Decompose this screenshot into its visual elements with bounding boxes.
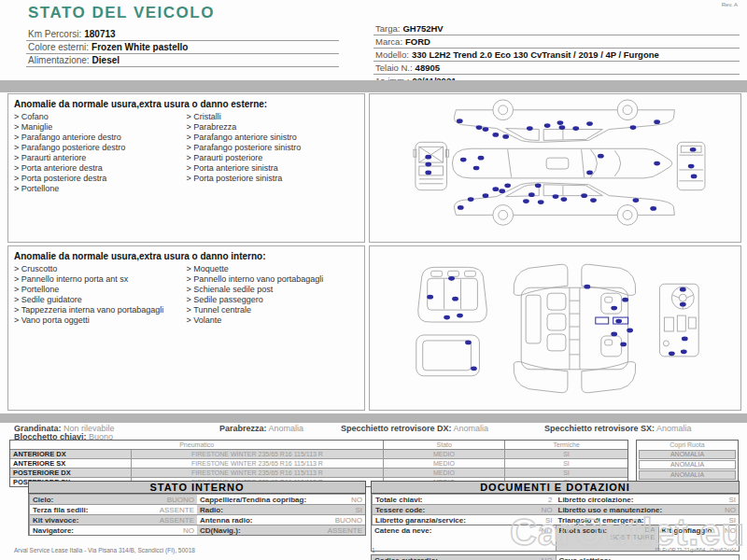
anomaly-item: Parafango posteriore sinistro bbox=[187, 143, 359, 153]
stato-interno-cells: Cielo:BUONO Cappelliera/Tendina copribag… bbox=[28, 494, 366, 536]
tyre-description: FIRESTONE WINTER 235/65 R16 115/113 R bbox=[132, 450, 384, 458]
tyre-winter: SI bbox=[505, 450, 627, 458]
anomaly-item: Vano porta oggetti bbox=[14, 315, 187, 326]
anomaly-item: Sedile passeggero bbox=[187, 295, 359, 305]
field-label: Triangolo di emergenza: bbox=[558, 516, 644, 525]
tyre-table-header: Pneumatico Stato Termiche bbox=[10, 441, 627, 450]
interior-anomalies-col1: CruscottoPannello interno porta ant sxPo… bbox=[14, 264, 187, 326]
info-row: Marca:FORD bbox=[374, 35, 740, 49]
interior-anomalies-col2: MoquettePannello interno vano portabagag… bbox=[187, 264, 359, 326]
exterior-anomalies-col2: CristalliParabrezzaParafango anteriore s… bbox=[187, 112, 359, 194]
anomaly-item: Maniglie bbox=[14, 122, 187, 133]
field-cell: Cavo elettrico: bbox=[556, 555, 740, 560]
side-view-left-outline bbox=[454, 183, 674, 225]
stato-interno-title: STATO INTERNO bbox=[28, 481, 366, 494]
cabin-top-view-outline bbox=[514, 264, 636, 393]
field-value: SI bbox=[355, 506, 362, 514]
documenti-cells: Totale chiavi:2 Libretto circolazione:SI… bbox=[371, 494, 740, 525]
status-specchietto-dx: Specchietto retrovisore DX: Anomalia bbox=[341, 424, 488, 433]
field-value: BUONO bbox=[167, 496, 194, 504]
field-value: SI bbox=[545, 516, 553, 525]
field-cell: Cielo:BUONO bbox=[29, 494, 197, 504]
field-value: SI bbox=[728, 516, 736, 525]
col-header-stato: Stato bbox=[384, 441, 505, 449]
exterior-damage-diagram bbox=[369, 93, 741, 243]
field-cell: Ruota scorta:DA SOSTITUIRE bbox=[556, 525, 658, 551]
vehicle-report-page: STATO DEL VEICOLO Rev. A Km Percorsi:180… bbox=[0, 0, 747, 560]
top-view-outline bbox=[452, 148, 672, 178]
field-label: Radio: bbox=[200, 506, 223, 514]
footer-page-number: 1 bbox=[372, 547, 375, 553]
exterior-anomalies-col1: CofanoManiglieParafango anteriore destro… bbox=[14, 112, 187, 194]
front-view-outline bbox=[414, 142, 449, 189]
info-row: Colore esterni:Frozen White pastello bbox=[26, 41, 339, 54]
tyre-state: MEDIO bbox=[384, 450, 505, 458]
exterior-car-diagram-svg bbox=[370, 94, 740, 242]
field-cell: CD(Navig.):ASSENTE bbox=[197, 525, 365, 535]
info-label: Colore esterni: bbox=[28, 42, 89, 52]
field-label: Antenna radio: bbox=[200, 516, 252, 525]
field-cell: Libretto garanzia/service:SI bbox=[372, 514, 556, 525]
anomaly-item: Tappezzeria interna vano portabagagli bbox=[14, 305, 187, 315]
highlight-boxes bbox=[596, 317, 628, 324]
interior-anomalies-title: Anomalie da normale usura,extra usura o … bbox=[14, 251, 359, 261]
info-value: 330 L2H2 Trend 2.0 Eco 130 CvTransit / 2… bbox=[412, 49, 659, 60]
anomaly-item: Portellone bbox=[14, 285, 187, 295]
info-row: Modello:330 L2H2 Trend 2.0 Eco 130 CvTra… bbox=[374, 49, 740, 62]
field-label: Totale chiavi: bbox=[375, 496, 423, 504]
field-label: CD(Navig.): bbox=[200, 526, 241, 535]
field-cell: Terza fila sedili:ASSENTE bbox=[29, 504, 197, 514]
copri-value: ANOMALIA bbox=[639, 450, 736, 459]
field-cell: Libretto uso e manutenzione:NO bbox=[556, 504, 740, 514]
anomaly-item: Volante bbox=[187, 315, 359, 326]
field-value: NO bbox=[542, 506, 553, 514]
tyre-winter: SI bbox=[505, 469, 627, 477]
revision-label: Rev. A bbox=[722, 2, 738, 7]
col-header-copri-ruota: Copri Ruota bbox=[639, 441, 736, 449]
anomaly-item: Porta posteriore sinistra bbox=[187, 174, 359, 184]
field-cell: Triangolo di emergenza:SI bbox=[556, 514, 740, 525]
field-cell: Cappelliera/Tendina copribag:NO bbox=[197, 494, 365, 504]
stato-interno-table: STATO INTERNO Cielo:BUONO Cappelliera/Te… bbox=[28, 481, 366, 536]
field-value: SI bbox=[728, 496, 736, 504]
info-value: Diesel bbox=[92, 55, 120, 65]
vehicle-info-left: Km Percorsi:180713 Colore esterni:Frozen… bbox=[26, 28, 339, 67]
anomaly-item: Cruscotto bbox=[14, 264, 187, 274]
rear-seat-view-outline bbox=[418, 267, 487, 322]
tyre-row: POSTERIORE DX FIRESTONE WINTER 235/65 R1… bbox=[10, 469, 627, 478]
tyre-position: ANTERIORE SX bbox=[10, 459, 132, 468]
tyre-winter: SI bbox=[505, 459, 627, 468]
field-label: Navigatore: bbox=[33, 526, 74, 535]
col-header-pneumatico: Pneumatico bbox=[10, 441, 384, 449]
side-view-right-outline bbox=[454, 100, 674, 142]
info-row: Km Percorsi:180713 bbox=[26, 28, 339, 41]
field-cell: Kit vivavoce:ASSENTE bbox=[29, 514, 197, 525]
tyre-description: FIRESTONE WINTER 235/65 R16 115/113 R bbox=[132, 469, 384, 477]
field-cell: Catene da neve:NO bbox=[372, 525, 556, 551]
anomaly-item: Cristalli bbox=[187, 112, 359, 122]
field-label: Cappelliera/Tendina copribag: bbox=[200, 496, 306, 504]
info-label: Marca: bbox=[375, 36, 402, 47]
documenti-title: DOCUMENTI E DOTAZIONI bbox=[371, 481, 740, 494]
field-cell: Tessere code:NO bbox=[372, 504, 556, 514]
separator-band bbox=[0, 80, 747, 92]
field-value: ASSENTE bbox=[160, 506, 194, 514]
interior-damage-diagram bbox=[369, 245, 741, 411]
page-title: STATO DEL VEICOLO bbox=[28, 4, 215, 22]
anomaly-item: Pannello interno porta ant sx bbox=[14, 274, 187, 285]
footer-company: Arval Service Lease Italia - Via Pisana … bbox=[14, 547, 195, 553]
anomaly-item: Pannello interno vano portabagagli bbox=[187, 274, 359, 285]
field-label: Tessere code: bbox=[375, 506, 425, 514]
field-cell: Navigatore:NO bbox=[29, 525, 197, 535]
anomaly-item: Parafango anteriore sinistro bbox=[187, 133, 359, 143]
copri-value: ANOMALIA bbox=[639, 470, 736, 480]
field-cell: Libretto circolazione:SI bbox=[556, 494, 740, 504]
anomaly-item: Porta posteriore destra bbox=[14, 174, 187, 184]
info-value: 180713 bbox=[84, 29, 115, 39]
field-label: Libretto circolazione: bbox=[558, 496, 634, 504]
tyre-row: ANTERIORE DX FIRESTONE WINTER 235/65 R16… bbox=[10, 450, 627, 459]
info-value: FORD bbox=[405, 36, 430, 47]
field-value: BUONO bbox=[335, 516, 362, 525]
info-value: GH752HV bbox=[402, 23, 443, 34]
field-label: Libretto garanzia/service: bbox=[375, 516, 466, 525]
